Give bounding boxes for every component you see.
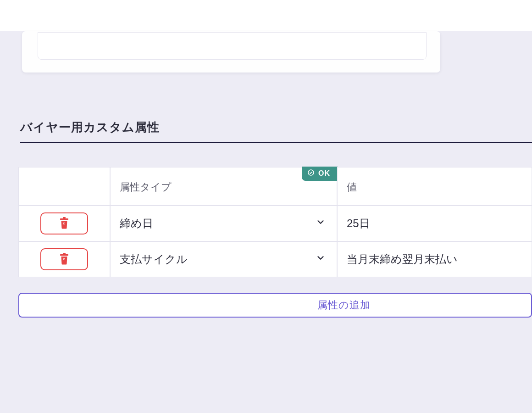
attribute-type-select[interactable]: 締め日 — [110, 206, 337, 241]
chevron-down-icon — [316, 217, 326, 230]
svg-rect-1 — [60, 218, 68, 220]
header-value: 値 — [337, 167, 532, 206]
top-bar — [0, 0, 532, 31]
add-attribute-row: 属性の追加 — [18, 293, 532, 318]
svg-rect-5 — [63, 253, 66, 254]
header-action — [18, 167, 110, 206]
delete-row-button[interactable] — [40, 212, 88, 234]
header-type-label: 属性タイプ — [120, 181, 172, 193]
attribute-type-value: 締め日 — [120, 217, 153, 229]
chevron-down-icon — [316, 253, 326, 266]
trash-icon — [59, 253, 70, 266]
attributes-table-wrap: 属性タイプ OK 値 — [18, 167, 532, 277]
svg-rect-4 — [60, 254, 68, 256]
attribute-type-select[interactable]: 支払サイクル — [110, 241, 337, 277]
trash-icon — [59, 217, 70, 230]
attribute-type-value: 支払サイクル — [120, 253, 188, 265]
attribute-value: 当月末締め翌月末払い — [347, 253, 458, 265]
header-value-label: 値 — [347, 181, 357, 193]
attributes-table: 属性タイプ OK 値 — [18, 167, 532, 277]
attribute-value: 25日 — [347, 217, 370, 229]
section-title: バイヤー用カスタム属性 — [20, 119, 532, 143]
status-ok-badge: OK — [302, 167, 338, 181]
header-type: 属性タイプ OK — [110, 167, 337, 206]
table-row: 支払サイクル 当月末締め翌月末払い — [18, 241, 532, 277]
add-attribute-button[interactable]: 属性の追加 — [18, 293, 532, 318]
row-action-cell — [18, 241, 110, 277]
row-action-cell — [18, 206, 110, 241]
previous-card — [22, 31, 440, 73]
svg-rect-2 — [63, 217, 66, 218]
previous-card-field — [38, 32, 427, 60]
buyer-custom-attributes-section: バイヤー用カスタム属性 属性タイプ — [20, 119, 532, 318]
status-ok-label: OK — [318, 169, 330, 178]
check-circle-icon — [307, 169, 315, 178]
delete-row-button[interactable] — [40, 248, 88, 270]
attribute-value-cell[interactable]: 25日 — [337, 206, 532, 241]
attribute-value-cell[interactable]: 当月末締め翌月末払い — [337, 241, 532, 277]
table-row: 締め日 25日 — [18, 206, 532, 241]
